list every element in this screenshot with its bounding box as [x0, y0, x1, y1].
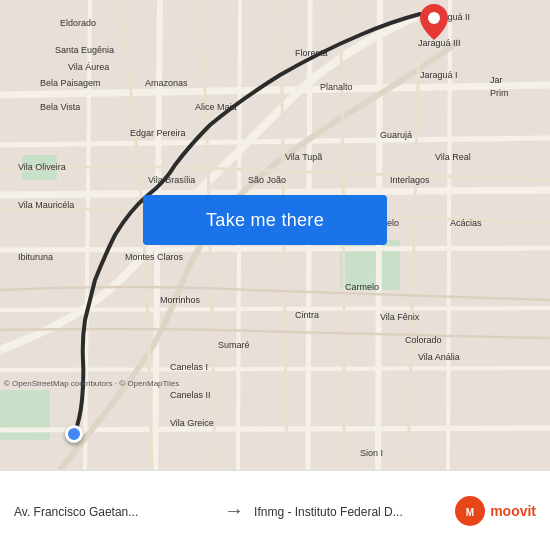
svg-line-10: [0, 428, 550, 430]
svg-text:M: M: [466, 507, 474, 518]
destination-marker: [420, 4, 448, 44]
moovit-logo: M moovit: [454, 495, 536, 527]
moovit-icon: M: [454, 495, 486, 527]
origin-label: Av. Francisco Gaetan...: [14, 505, 138, 519]
destination-label: Ifnmg - Instituto Federal D...: [254, 505, 403, 519]
origin-marker: [65, 425, 83, 443]
svg-line-16: [448, 0, 450, 470]
footer-inner: Av. Francisco Gaetan... → Ifnmg - Instit…: [14, 495, 536, 527]
arrow-icon: →: [214, 499, 254, 522]
svg-point-17: [428, 12, 440, 24]
svg-rect-3: [0, 390, 50, 440]
svg-line-7: [0, 248, 550, 250]
take-me-there-button[interactable]: Take me there: [143, 195, 387, 245]
app: EldoradoJaraguá IISanta EugêniaVila Áure…: [0, 0, 550, 550]
footer-destination: Ifnmg - Instituto Federal D...: [254, 502, 454, 520]
moovit-text: moovit: [490, 503, 536, 519]
footer: Av. Francisco Gaetan... → Ifnmg - Instit…: [0, 470, 550, 550]
map-container[interactable]: EldoradoJaraguá IISanta EugêniaVila Áure…: [0, 0, 550, 470]
footer-origin: Av. Francisco Gaetan...: [14, 502, 214, 520]
cta-button-container[interactable]: Take me there: [143, 195, 387, 245]
copyright: © OpenStreetMap contributors · © OpenMap…: [4, 379, 179, 388]
